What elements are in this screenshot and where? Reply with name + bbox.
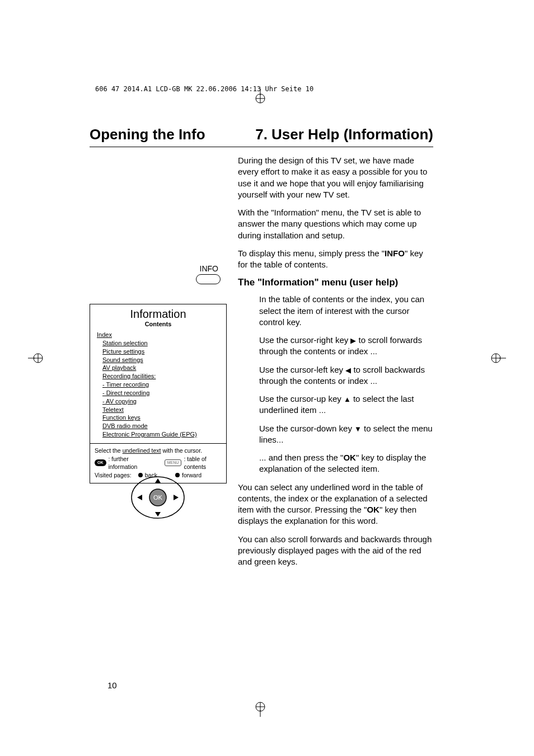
menu-item-av-playback[interactable]: AV playback bbox=[102, 364, 219, 372]
title-right: 7. User Help (Information) bbox=[255, 126, 433, 143]
subheading-info-menu: The "Information" menu (user help) bbox=[238, 277, 433, 288]
menu-subtitle: Contents bbox=[90, 321, 226, 331]
svg-text:OK: OK bbox=[153, 494, 163, 501]
menu-title: Information bbox=[90, 304, 226, 321]
crop-mark-icon bbox=[252, 700, 269, 717]
svg-marker-19 bbox=[155, 478, 161, 483]
info-label: INFO bbox=[200, 264, 218, 273]
para-scroll-keys: You can also scroll forwards and backwar… bbox=[238, 534, 433, 568]
menu-item-function-keys[interactable]: Function keys bbox=[102, 414, 219, 422]
para-intro-1: During the design of this TV set, we hav… bbox=[238, 155, 433, 200]
info-button[interactable] bbox=[196, 274, 221, 284]
footer-underlined-text: underlined text bbox=[123, 447, 161, 454]
footer-toc: : table of contents bbox=[184, 455, 222, 471]
down-arrow-icon: ▼ bbox=[354, 425, 362, 433]
para-cursor-up: Use the cursor-up key ▲ to select the la… bbox=[259, 393, 433, 416]
menu-item-timer[interactable]: - Timer recording bbox=[102, 381, 219, 389]
right-arrow-icon: ▶ bbox=[350, 336, 356, 345]
menu-item-epg[interactable]: Electronic Programm Guide (EPG) bbox=[102, 430, 219, 439]
para-intro-3: To display this menu, simply press the "… bbox=[238, 248, 433, 271]
menu-item-index[interactable]: Index bbox=[97, 331, 219, 339]
menu-item-station[interactable]: Station selection bbox=[102, 339, 219, 348]
ok-badge-icon: OK bbox=[95, 459, 106, 466]
menu-item-sound[interactable]: Sound settings bbox=[102, 356, 219, 364]
para-cursor-left: Use the cursor-left key ◀ to scroll back… bbox=[259, 364, 433, 387]
footer-further-info: : further information bbox=[109, 455, 150, 471]
menu-badge-icon: MENU bbox=[165, 459, 182, 466]
footer-line1c: with the cursor. bbox=[161, 447, 203, 454]
para-intro-2: With the "Information" menu, the TV set … bbox=[238, 207, 433, 241]
print-header: 606 47 2014.A1 LCD-GB MK 22.06.2006 14:1… bbox=[95, 85, 313, 93]
menu-item-teletext[interactable]: Teletext bbox=[102, 406, 219, 414]
left-arrow-icon: ◀ bbox=[345, 366, 351, 374]
footer-visited: Visited pages: bbox=[95, 471, 132, 480]
up-arrow-icon: ▲ bbox=[344, 395, 351, 403]
crop-mark-icon bbox=[252, 88, 269, 105]
nav-pad-icon[interactable]: OK bbox=[130, 475, 186, 520]
title-row: Opening the Info 7. User Help (Informati… bbox=[90, 126, 433, 147]
menu-item-picture[interactable]: Picture settings bbox=[102, 348, 219, 356]
crop-mark-icon bbox=[489, 350, 506, 367]
menu-item-recording[interactable]: Recording facilities: bbox=[102, 372, 219, 381]
page-number: 10 bbox=[107, 680, 117, 690]
para-toc: In the table of contents or the index, y… bbox=[259, 294, 433, 328]
para-ok-key: ... and then press the "OK" key to displ… bbox=[259, 452, 433, 475]
crop-mark-icon bbox=[28, 350, 45, 367]
menu-item-direct[interactable]: - Direct recording bbox=[102, 389, 219, 397]
para-underlined-word: You can select any underlined word in th… bbox=[238, 482, 433, 527]
svg-marker-20 bbox=[155, 512, 161, 516]
para-cursor-right: Use the cursor-right key ▶ to scroll for… bbox=[259, 335, 433, 358]
information-menu: Information Contents Index Station selec… bbox=[90, 304, 227, 483]
para-cursor-down: Use the cursor-down key ▼ to select the … bbox=[259, 423, 433, 446]
title-left: Opening the Info bbox=[90, 126, 205, 143]
menu-item-dvb-radio[interactable]: DVB radio mode bbox=[102, 422, 219, 430]
svg-marker-21 bbox=[137, 495, 142, 500]
svg-marker-22 bbox=[174, 495, 179, 500]
footer-line1a: Select the bbox=[95, 447, 123, 454]
menu-item-av-copying[interactable]: - AV copying bbox=[102, 397, 219, 406]
